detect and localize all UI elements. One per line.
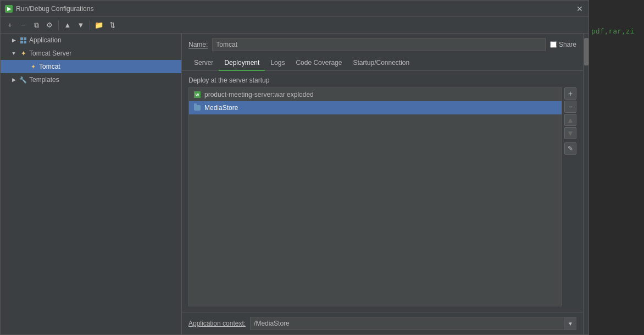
tree-item-application[interactable]: ▶ Application bbox=[1, 34, 181, 47]
deployment-add-button[interactable]: + bbox=[564, 87, 576, 100]
dialog-icon: ▶ bbox=[5, 5, 13, 13]
mediastore-label: MediaStore bbox=[204, 104, 238, 112]
application-icon bbox=[19, 36, 27, 44]
toolbar-separator bbox=[58, 20, 59, 30]
arrow-tomcat bbox=[20, 63, 27, 70]
name-label: Name: bbox=[188, 41, 208, 48]
war-icon: W bbox=[193, 91, 201, 98]
close-button[interactable]: ✕ bbox=[575, 4, 584, 13]
tree-item-tomcat[interactable]: ✦ Tomcat bbox=[1, 60, 181, 73]
tab-logs[interactable]: Logs bbox=[265, 56, 290, 71]
tomcat-label: Tomcat bbox=[39, 63, 60, 70]
arrow-application: ▶ bbox=[10, 37, 17, 43]
settings-button[interactable]: ⚙ bbox=[43, 19, 55, 31]
scrollbar-thumb bbox=[584, 38, 589, 65]
share-container: Share bbox=[550, 41, 576, 48]
dialog-title: Run/Debug Configurations bbox=[16, 5, 93, 13]
tab-startup-connection[interactable]: Startup/Connection bbox=[347, 56, 415, 71]
share-label-text: Share bbox=[559, 41, 576, 48]
context-dropdown-button[interactable]: ▼ bbox=[564, 317, 576, 330]
add-config-button[interactable]: + bbox=[4, 19, 16, 31]
tomcat-server-icon: ✦ bbox=[19, 50, 27, 57]
templates-icon: 🔧 bbox=[19, 76, 27, 84]
tomcat-icon: ✦ bbox=[29, 63, 37, 70]
templates-label: Templates bbox=[29, 76, 59, 84]
background-text: pdf,rar,zi bbox=[589, 25, 644, 37]
toolbar: + − ⧉ ⚙ ▲ ▼ 📁 ⇅ bbox=[1, 17, 589, 34]
tabs: Server Deployment Logs Code Coverage Sta… bbox=[182, 56, 583, 71]
deployment-item-mediastore[interactable]: MediaStore bbox=[189, 101, 562, 114]
deployment-move-down-button[interactable]: ▼ bbox=[564, 127, 576, 139]
title-bar: ▶ Run/Debug Configurations ✕ bbox=[1, 1, 589, 17]
copy-config-button[interactable]: ⧉ bbox=[30, 19, 42, 31]
war-label: product-meeting-server:war exploded bbox=[204, 91, 314, 98]
context-input-wrapper: ▼ bbox=[250, 317, 576, 330]
application-label: Application bbox=[29, 36, 62, 44]
deploy-section-label: Deploy at the server startup bbox=[188, 76, 576, 84]
move-down-button[interactable]: ▼ bbox=[75, 19, 87, 31]
arrow-tomcat-server: ▼ bbox=[10, 50, 17, 57]
tree-item-tomcat-server[interactable]: ▼ ✦ Tomcat Server bbox=[1, 47, 181, 60]
deployment-area: W product-meeting-server:war exploded Me… bbox=[188, 87, 576, 306]
tab-code-coverage[interactable]: Code Coverage bbox=[290, 56, 347, 71]
tab-server[interactable]: Server bbox=[188, 56, 219, 71]
deployment-side-buttons: + − ▲ ▼ ✎ bbox=[562, 87, 576, 306]
config-tree: ▶ Application ▼ ✦ Tomcat Server bbox=[1, 34, 182, 334]
remove-config-button[interactable]: − bbox=[17, 19, 29, 31]
arrow-templates: ▶ bbox=[10, 76, 17, 83]
name-row: Name: Share bbox=[182, 34, 583, 56]
toolbar-separator-2 bbox=[90, 20, 90, 30]
deployment-remove-button[interactable]: − bbox=[564, 101, 576, 113]
tomcat-server-label: Tomcat Server bbox=[29, 50, 71, 57]
move-up-button[interactable]: ▲ bbox=[62, 19, 74, 31]
deployment-move-up-button[interactable]: ▲ bbox=[564, 114, 576, 126]
main-scrollbar[interactable] bbox=[583, 34, 589, 334]
folder-icon bbox=[193, 104, 201, 112]
context-row: Application context: ▼ bbox=[182, 312, 583, 334]
share-checkbox[interactable] bbox=[550, 41, 557, 48]
name-input[interactable] bbox=[212, 38, 546, 51]
tree-item-templates[interactable]: ▶ 🔧 Templates bbox=[1, 73, 181, 86]
deployment-list: W product-meeting-server:war exploded Me… bbox=[188, 87, 562, 306]
tab-deployment[interactable]: Deployment bbox=[219, 56, 265, 71]
config-detail-panel: Name: Share Server Deployment Logs Code … bbox=[182, 34, 583, 334]
context-label: Application context: bbox=[188, 320, 246, 327]
context-input[interactable] bbox=[250, 317, 576, 330]
deployment-item-war[interactable]: W product-meeting-server:war exploded bbox=[189, 88, 562, 101]
folder-button[interactable]: 📁 bbox=[93, 19, 105, 31]
deployment-tab-content: Deploy at the server startup W product-m… bbox=[182, 71, 583, 312]
sort-button[interactable]: ⇅ bbox=[106, 19, 118, 31]
deployment-edit-button[interactable]: ✎ bbox=[564, 142, 576, 155]
